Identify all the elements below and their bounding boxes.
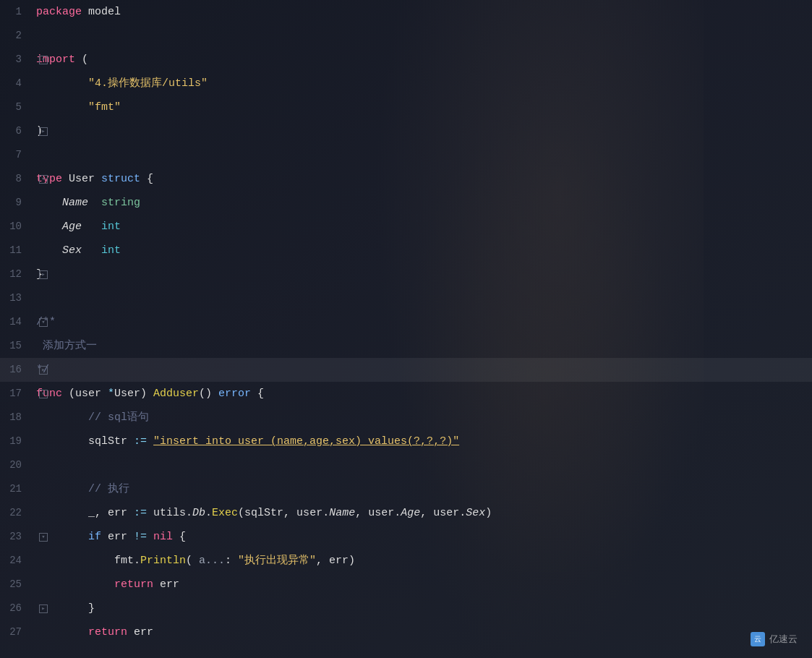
token-kw-blue: struct	[101, 168, 140, 191]
line-number: 1	[0, 0, 36, 23]
line-content: // sql语句	[36, 406, 812, 430]
token-white: , err)	[316, 550, 355, 573]
token-op: !=	[134, 526, 147, 549]
token-white: _, err	[36, 502, 134, 525]
line-content	[36, 144, 812, 167]
token-kw-pink: package	[36, 1, 82, 24]
token-str-yellow: "执行出现异常"	[238, 550, 316, 573]
token-white: err	[127, 621, 153, 644]
fold-indicator[interactable]: ▸	[39, 127, 48, 136]
line-content	[36, 454, 812, 477]
token-white: User)	[114, 383, 153, 406]
line-content: }	[36, 263, 812, 286]
code-line: 15 添加方式一	[0, 334, 812, 358]
line-number: 5	[0, 95, 36, 119]
line-number: 12	[0, 262, 36, 286]
code-line: 14▾/**	[0, 310, 812, 334]
line-number: 21	[0, 477, 36, 500]
code-line: 16▸*/	[0, 358, 812, 382]
fold-indicator[interactable]: ▾	[39, 533, 48, 542]
line-number: 25	[0, 573, 36, 596]
token-italic-id: Db	[192, 502, 205, 525]
token-op: :=	[134, 502, 147, 525]
line-content: "4.操作数据库/utils"	[36, 72, 812, 95]
token-white: err	[153, 573, 179, 597]
line-content: "fmt"	[36, 96, 812, 119]
line-content	[36, 287, 812, 310]
line-content: func (user *User) Adduser() error {	[36, 383, 812, 406]
token-str-yellow: "fmt"	[36, 96, 121, 119]
line-content: /**	[36, 311, 812, 334]
token-nil-kw: nil	[153, 526, 173, 549]
code-line: 24 fmt.Println( a...: "执行出现异常", err)	[0, 549, 812, 573]
line-content: package model	[36, 1, 812, 24]
code-line: 7	[0, 143, 812, 167]
fold-indicator[interactable]: ▸	[39, 270, 48, 279]
token-white: User	[62, 168, 101, 191]
token-italic-id: Name	[36, 192, 88, 215]
token-white	[82, 239, 101, 262]
code-line: 17▾func (user *User) Adduser() error {	[0, 382, 812, 406]
watermark-text: 亿速云	[769, 633, 798, 646]
token-func-yellow: Adduser	[153, 383, 199, 406]
fold-indicator[interactable]: ▸	[39, 366, 48, 375]
code-line: 18 // sql语句	[0, 406, 812, 430]
token-kw-pink: return	[36, 573, 153, 597]
line-number: 9	[0, 191, 36, 214]
token-comment: // 执行	[36, 478, 129, 501]
token-white	[147, 526, 153, 549]
line-number: 2	[0, 24, 36, 47]
token-comment: // sql语句	[36, 406, 149, 430]
watermark-icon: 云	[751, 632, 765, 646]
token-type-green: string	[101, 192, 140, 215]
token-white: ()	[199, 383, 218, 406]
token-white: err	[101, 526, 134, 549]
line-number: 24	[0, 549, 36, 572]
fold-indicator[interactable]: ▾	[39, 318, 48, 327]
line-number: 16	[0, 358, 36, 381]
code-line: 25 return err	[0, 573, 812, 597]
line-content: sqlStr := "insert into user (name,age,se…	[36, 430, 812, 453]
token-white: , user.	[355, 502, 401, 525]
token-type-teal: int	[101, 215, 121, 239]
token-comment: 添加方式一	[36, 335, 97, 358]
code-line: 9 Name string	[0, 191, 812, 215]
line-number: 3	[0, 48, 36, 71]
token-white	[147, 430, 153, 453]
code-line: 26▸ }	[0, 597, 812, 620]
line-number: 26	[0, 597, 36, 620]
token-white: {	[251, 383, 264, 406]
token-kw-blue: error	[218, 383, 251, 406]
token-italic-id: Age	[401, 502, 420, 525]
line-number: 10	[0, 215, 36, 238]
code-line: 12▸}	[0, 262, 812, 286]
fold-indicator[interactable]: ▸	[39, 604, 48, 613]
watermark: 云 亿速云	[751, 632, 798, 646]
token-white: model	[82, 1, 121, 24]
line-number: 15	[0, 334, 36, 357]
code-line: 20	[0, 453, 812, 477]
code-line: 3▾import (	[0, 48, 812, 72]
fold-indicator[interactable]: ▾	[39, 175, 48, 184]
line-number: 22	[0, 501, 36, 524]
line-number: 11	[0, 239, 36, 262]
token-white: :	[225, 550, 238, 573]
line-content: import (	[36, 48, 812, 72]
fold-indicator[interactable]: ▾	[39, 390, 48, 398]
fold-indicator[interactable]: ▾	[39, 56, 48, 64]
code-line: 11 Sex int	[0, 239, 812, 262]
token-white: {	[173, 526, 186, 549]
line-content	[36, 25, 812, 48]
line-number: 27	[0, 620, 36, 644]
line-number: 8	[0, 167, 36, 190]
token-param-gray: a...	[199, 550, 225, 573]
line-number: 20	[0, 453, 36, 477]
token-italic-id: Sex	[36, 239, 82, 262]
code-line: 21 // 执行	[0, 477, 812, 501]
line-content: }	[36, 597, 812, 620]
code-lines: 1package model2 3▾import (4 "4.操作数据库/uti…	[0, 0, 812, 644]
line-content: // 执行	[36, 478, 812, 501]
token-op: *	[108, 383, 114, 406]
line-content: Name string	[36, 192, 812, 215]
line-content: fmt.Println( a...: "执行出现异常", err)	[36, 550, 812, 573]
